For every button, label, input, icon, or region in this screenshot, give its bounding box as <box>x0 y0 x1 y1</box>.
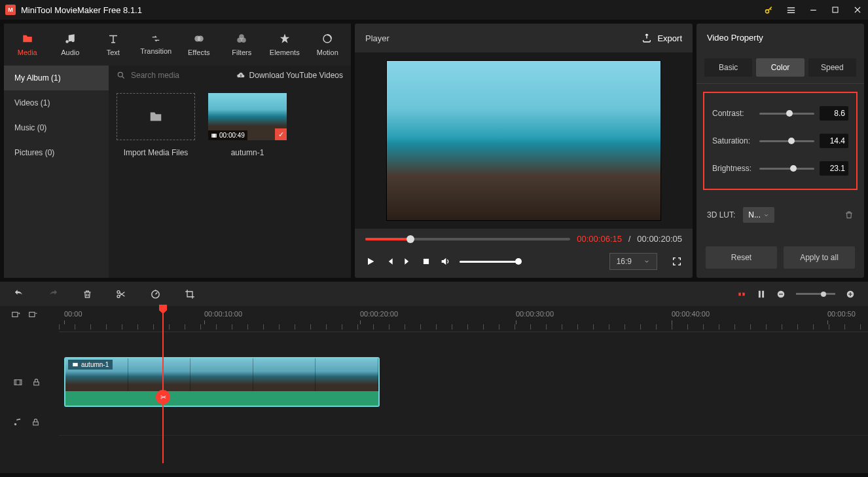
seek-thumb[interactable] <box>407 235 414 243</box>
tab-label: Text <box>107 48 120 56</box>
prop-tab-basic[interactable]: Basic <box>704 58 752 77</box>
ruler-tick: 00:00 <box>64 310 82 318</box>
zoom-out-button[interactable] <box>776 290 786 299</box>
media-thumbnail[interactable]: 00:00:49 ✓ <box>208 93 287 140</box>
marker-icon[interactable] <box>737 290 746 299</box>
zoom-in-button[interactable] <box>846 290 855 299</box>
download-youtube-button[interactable]: Download YouTube Videos <box>236 71 343 80</box>
album-music[interactable]: Music (0) <box>4 115 109 140</box>
tab-text[interactable]: Text <box>92 29 134 60</box>
time-ruler[interactable]: 00:00 00:00:10:00 00:00:20:00 00:00:30:0… <box>59 306 868 332</box>
media-name: autumn-1 <box>231 148 264 157</box>
speed-button[interactable] <box>150 288 161 299</box>
chevron-down-icon <box>763 212 769 218</box>
seek-slider[interactable] <box>365 238 570 240</box>
tab-label: Media <box>18 48 37 56</box>
contrast-value[interactable]: 8.6 <box>820 106 848 121</box>
album-videos[interactable]: Videos (1) <box>4 90 109 115</box>
stop-button[interactable] <box>422 257 431 266</box>
motion-icon <box>321 33 333 45</box>
svg-rect-17 <box>762 290 764 297</box>
main-tabs: Media Audio Text Transition Effects Filt… <box>4 24 351 66</box>
tab-motion[interactable]: Motion <box>307 29 349 60</box>
prev-frame-button[interactable] <box>385 257 394 266</box>
split-at-playhead-icon[interactable]: ✂ <box>156 390 170 404</box>
play-button[interactable] <box>365 256 376 267</box>
import-media-item[interactable]: Import Media Files <box>117 93 195 157</box>
lut-row: 3D LUT: N... <box>696 198 864 232</box>
volume-slider[interactable] <box>460 261 518 263</box>
svg-rect-15 <box>742 292 745 296</box>
tab-transition[interactable]: Transition <box>136 29 177 60</box>
media-clip-item[interactable]: 00:00:49 ✓ autumn-1 <box>208 93 287 157</box>
player-title: Player <box>365 33 389 43</box>
add-track-icon[interactable] <box>10 310 21 328</box>
prop-tab-color[interactable]: Color <box>756 58 804 77</box>
album-pictures[interactable]: Pictures (0) <box>4 140 109 165</box>
color-adjustment-highlight: Contrast: 8.6 Saturation: 14.4 Brightnes… <box>703 92 858 190</box>
filters-icon <box>236 33 247 45</box>
property-title: Video Property <box>696 24 864 52</box>
close-button[interactable] <box>852 5 863 15</box>
apply-all-button[interactable]: Apply to all <box>784 246 855 269</box>
import-label: Import Media Files <box>124 148 189 157</box>
reset-button[interactable]: Reset <box>706 246 777 269</box>
tab-media[interactable]: Media <box>7 29 48 60</box>
fullscreen-button[interactable] <box>672 256 682 267</box>
tab-audio[interactable]: Audio <box>50 29 92 60</box>
export-button[interactable]: Export <box>642 33 682 43</box>
app-logo-icon: M <box>5 5 16 15</box>
crop-button[interactable] <box>185 289 195 299</box>
video-track-icon[interactable] <box>13 378 23 387</box>
tab-elements[interactable]: Elements <box>264 29 306 60</box>
delete-button[interactable] <box>82 289 92 299</box>
audio-track[interactable] <box>59 408 868 436</box>
check-icon: ✓ <box>275 128 287 140</box>
maximize-button[interactable] <box>830 5 841 15</box>
saturation-value[interactable]: 14.4 <box>820 134 848 148</box>
brightness-value[interactable]: 23.1 <box>820 161 848 176</box>
media-panel: Media Audio Text Transition Effects Filt… <box>4 24 351 278</box>
remove-track-icon[interactable] <box>27 310 38 328</box>
brightness-slider[interactable] <box>759 168 814 170</box>
aspect-ratio-select[interactable]: 16:9 <box>609 253 657 270</box>
redo-button[interactable] <box>48 289 59 299</box>
video-track-controls <box>0 356 59 408</box>
minimize-button[interactable] <box>808 5 818 15</box>
album-sidebar: My Album (1) Videos (1) Music (0) Pictur… <box>4 66 109 278</box>
tab-effects[interactable]: Effects <box>178 29 220 60</box>
split-button[interactable] <box>116 289 126 299</box>
folder-icon <box>21 33 34 45</box>
zoom-slider[interactable] <box>796 293 835 295</box>
lut-select[interactable]: N... <box>743 207 774 223</box>
delete-lut-button[interactable] <box>844 210 854 219</box>
lock-icon[interactable] <box>31 417 40 427</box>
prop-tab-speed[interactable]: Speed <box>808 58 856 77</box>
video-clip[interactable]: autumn-1 <box>64 357 380 407</box>
brightness-row: Brightness: 23.1 <box>707 155 854 182</box>
album-my-album[interactable]: My Album (1) <box>4 66 109 90</box>
volume-icon[interactable] <box>440 256 450 267</box>
undo-button[interactable] <box>13 289 24 299</box>
property-panel: Video Property Basic Color Speed Contras… <box>696 24 864 278</box>
video-track[interactable]: autumn-1 <box>59 356 868 408</box>
chevron-down-icon <box>643 258 650 265</box>
tab-filters[interactable]: Filters <box>221 29 263 60</box>
tab-label: Transition <box>140 47 172 55</box>
next-frame-button[interactable] <box>403 257 412 266</box>
magnet-icon[interactable] <box>757 289 766 299</box>
player-panel: Player Export 00:00:06:15 / 00:00:20:05 <box>355 24 693 278</box>
search-input[interactable] <box>131 71 223 80</box>
preview-canvas[interactable] <box>386 60 661 221</box>
import-dropzone[interactable] <box>117 93 195 140</box>
menu-icon[interactable] <box>786 5 796 15</box>
lock-icon[interactable] <box>32 377 41 387</box>
premium-key-icon[interactable] <box>764 5 774 15</box>
svg-rect-9 <box>211 134 217 138</box>
playhead[interactable]: ✂ <box>162 306 164 463</box>
contrast-slider[interactable] <box>759 113 814 115</box>
time-total: 00:00:20:05 <box>637 234 682 244</box>
svg-rect-1 <box>833 7 838 12</box>
saturation-slider[interactable] <box>759 140 814 142</box>
audio-track-icon[interactable] <box>13 417 22 427</box>
